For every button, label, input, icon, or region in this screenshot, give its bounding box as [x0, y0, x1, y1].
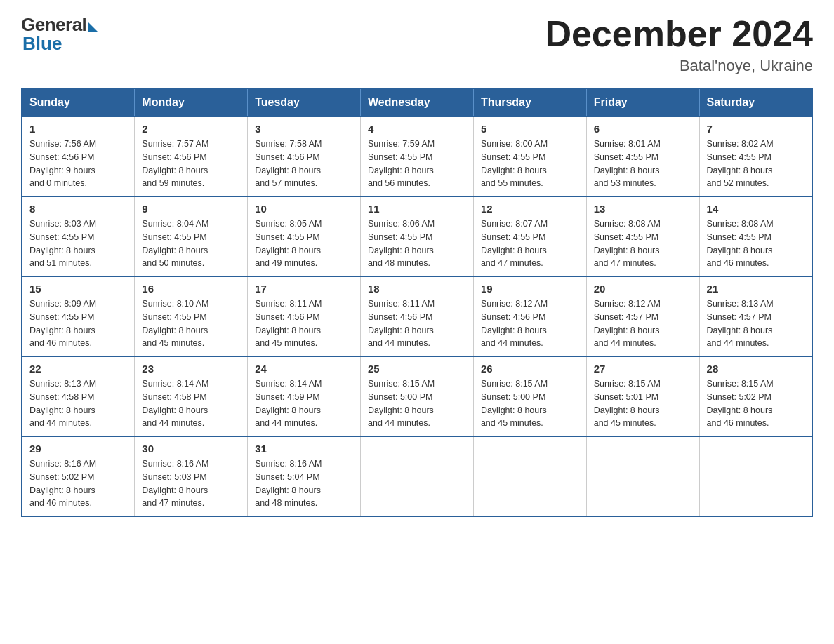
month-title: December 2024: [545, 14, 813, 54]
calendar-cell: 13Sunrise: 8:08 AM Sunset: 4:55 PM Dayli…: [586, 196, 699, 276]
calendar-cell: 29Sunrise: 8:16 AM Sunset: 5:02 PM Dayli…: [22, 436, 135, 516]
calendar-cell: 5Sunrise: 8:00 AM Sunset: 4:55 PM Daylig…: [473, 116, 586, 196]
calendar-cell: 30Sunrise: 8:16 AM Sunset: 5:03 PM Dayli…: [135, 436, 248, 516]
day-number: 26: [481, 363, 579, 375]
calendar-cell: 14Sunrise: 8:08 AM Sunset: 4:55 PM Dayli…: [699, 196, 812, 276]
calendar-cell: 16Sunrise: 8:10 AM Sunset: 4:55 PM Dayli…: [135, 276, 248, 356]
day-info: Sunrise: 8:12 AM Sunset: 4:56 PM Dayligh…: [481, 297, 579, 350]
calendar-week-2: 8Sunrise: 8:03 AM Sunset: 4:55 PM Daylig…: [22, 196, 812, 276]
calendar-cell: 25Sunrise: 8:15 AM Sunset: 5:00 PM Dayli…: [361, 356, 474, 436]
calendar-cell: [699, 436, 812, 516]
col-monday: Monday: [135, 88, 248, 116]
calendar-cell: 21Sunrise: 8:13 AM Sunset: 4:57 PM Dayli…: [699, 276, 812, 356]
day-info: Sunrise: 8:07 AM Sunset: 4:55 PM Dayligh…: [481, 217, 579, 270]
day-info: Sunrise: 8:08 AM Sunset: 4:55 PM Dayligh…: [707, 217, 805, 270]
day-number: 17: [255, 283, 353, 295]
calendar-cell: 27Sunrise: 8:15 AM Sunset: 5:01 PM Dayli…: [586, 356, 699, 436]
day-info: Sunrise: 8:14 AM Sunset: 4:59 PM Dayligh…: [255, 377, 353, 430]
calendar-table: Sunday Monday Tuesday Wednesday Thursday…: [21, 88, 813, 517]
calendar-week-4: 22Sunrise: 8:13 AM Sunset: 4:58 PM Dayli…: [22, 356, 812, 436]
day-info: Sunrise: 8:10 AM Sunset: 4:55 PM Dayligh…: [142, 297, 240, 350]
calendar-cell: 6Sunrise: 8:01 AM Sunset: 4:55 PM Daylig…: [586, 116, 699, 196]
col-sunday: Sunday: [22, 88, 135, 116]
calendar-cell: 17Sunrise: 8:11 AM Sunset: 4:56 PM Dayli…: [248, 276, 361, 356]
calendar-cell: [473, 436, 586, 516]
day-number: 20: [594, 283, 692, 295]
day-info: Sunrise: 8:11 AM Sunset: 4:56 PM Dayligh…: [255, 297, 353, 350]
calendar-cell: [586, 436, 699, 516]
calendar-cell: [361, 436, 474, 516]
calendar-cell: 8Sunrise: 8:03 AM Sunset: 4:55 PM Daylig…: [22, 196, 135, 276]
day-number: 21: [707, 283, 805, 295]
calendar-cell: 22Sunrise: 8:13 AM Sunset: 4:58 PM Dayli…: [22, 356, 135, 436]
day-info: Sunrise: 8:05 AM Sunset: 4:55 PM Dayligh…: [255, 217, 353, 270]
location-subtitle: Batal'noye, Ukraine: [545, 57, 813, 75]
day-number: 9: [142, 203, 240, 215]
day-info: Sunrise: 8:14 AM Sunset: 4:58 PM Dayligh…: [142, 377, 240, 430]
day-info: Sunrise: 8:16 AM Sunset: 5:04 PM Dayligh…: [255, 457, 353, 510]
logo-blue-text: Blue: [22, 33, 62, 55]
day-number: 6: [594, 123, 692, 135]
col-thursday: Thursday: [473, 88, 586, 116]
day-number: 16: [142, 283, 240, 295]
calendar-cell: 1Sunrise: 7:56 AM Sunset: 4:56 PM Daylig…: [22, 116, 135, 196]
calendar-cell: 19Sunrise: 8:12 AM Sunset: 4:56 PM Dayli…: [473, 276, 586, 356]
calendar-cell: 11Sunrise: 8:06 AM Sunset: 4:55 PM Dayli…: [361, 196, 474, 276]
day-info: Sunrise: 8:09 AM Sunset: 4:55 PM Dayligh…: [29, 297, 127, 350]
day-number: 8: [29, 203, 127, 215]
day-info: Sunrise: 8:00 AM Sunset: 4:55 PM Dayligh…: [481, 137, 579, 190]
day-info: Sunrise: 7:59 AM Sunset: 4:55 PM Dayligh…: [368, 137, 466, 190]
day-number: 7: [707, 123, 805, 135]
calendar-cell: 9Sunrise: 8:04 AM Sunset: 4:55 PM Daylig…: [135, 196, 248, 276]
calendar-header: Sunday Monday Tuesday Wednesday Thursday…: [22, 88, 812, 116]
logo-arrow-icon: [88, 22, 98, 32]
day-info: Sunrise: 8:03 AM Sunset: 4:55 PM Dayligh…: [29, 217, 127, 270]
calendar-cell: 28Sunrise: 8:15 AM Sunset: 5:02 PM Dayli…: [699, 356, 812, 436]
col-friday: Friday: [586, 88, 699, 116]
day-info: Sunrise: 7:56 AM Sunset: 4:56 PM Dayligh…: [29, 137, 127, 190]
calendar-cell: 20Sunrise: 8:12 AM Sunset: 4:57 PM Dayli…: [586, 276, 699, 356]
day-number: 27: [594, 363, 692, 375]
calendar-body: 1Sunrise: 7:56 AM Sunset: 4:56 PM Daylig…: [22, 116, 812, 516]
calendar-cell: 24Sunrise: 8:14 AM Sunset: 4:59 PM Dayli…: [248, 356, 361, 436]
calendar-cell: 4Sunrise: 7:59 AM Sunset: 4:55 PM Daylig…: [361, 116, 474, 196]
calendar-cell: 23Sunrise: 8:14 AM Sunset: 4:58 PM Dayli…: [135, 356, 248, 436]
day-number: 22: [29, 363, 127, 375]
col-wednesday: Wednesday: [361, 88, 474, 116]
day-info: Sunrise: 8:15 AM Sunset: 5:01 PM Dayligh…: [594, 377, 692, 430]
day-info: Sunrise: 8:15 AM Sunset: 5:00 PM Dayligh…: [481, 377, 579, 430]
day-info: Sunrise: 8:08 AM Sunset: 4:55 PM Dayligh…: [594, 217, 692, 270]
day-number: 15: [29, 283, 127, 295]
calendar-cell: 12Sunrise: 8:07 AM Sunset: 4:55 PM Dayli…: [473, 196, 586, 276]
day-number: 4: [368, 123, 466, 135]
day-info: Sunrise: 8:16 AM Sunset: 5:02 PM Dayligh…: [29, 457, 127, 510]
day-number: 31: [255, 443, 353, 455]
day-number: 2: [142, 123, 240, 135]
day-info: Sunrise: 8:12 AM Sunset: 4:57 PM Dayligh…: [594, 297, 692, 350]
day-info: Sunrise: 8:13 AM Sunset: 4:57 PM Dayligh…: [707, 297, 805, 350]
calendar-cell: 31Sunrise: 8:16 AM Sunset: 5:04 PM Dayli…: [248, 436, 361, 516]
calendar-week-1: 1Sunrise: 7:56 AM Sunset: 4:56 PM Daylig…: [22, 116, 812, 196]
day-number: 3: [255, 123, 353, 135]
title-area: December 2024 Batal'noye, Ukraine: [545, 14, 813, 75]
day-number: 1: [29, 123, 127, 135]
day-number: 18: [368, 283, 466, 295]
calendar-cell: 10Sunrise: 8:05 AM Sunset: 4:55 PM Dayli…: [248, 196, 361, 276]
calendar-cell: 15Sunrise: 8:09 AM Sunset: 4:55 PM Dayli…: [22, 276, 135, 356]
calendar-week-3: 15Sunrise: 8:09 AM Sunset: 4:55 PM Dayli…: [22, 276, 812, 356]
day-info: Sunrise: 8:15 AM Sunset: 5:00 PM Dayligh…: [368, 377, 466, 430]
day-info: Sunrise: 8:04 AM Sunset: 4:55 PM Dayligh…: [142, 217, 240, 270]
col-tuesday: Tuesday: [248, 88, 361, 116]
calendar-cell: 2Sunrise: 7:57 AM Sunset: 4:56 PM Daylig…: [135, 116, 248, 196]
day-number: 29: [29, 443, 127, 455]
day-number: 24: [255, 363, 353, 375]
day-info: Sunrise: 8:06 AM Sunset: 4:55 PM Dayligh…: [368, 217, 466, 270]
calendar-week-5: 29Sunrise: 8:16 AM Sunset: 5:02 PM Dayli…: [22, 436, 812, 516]
day-number: 14: [707, 203, 805, 215]
day-number: 12: [481, 203, 579, 215]
day-number: 13: [594, 203, 692, 215]
day-number: 23: [142, 363, 240, 375]
day-info: Sunrise: 8:02 AM Sunset: 4:55 PM Dayligh…: [707, 137, 805, 190]
logo: General Blue: [21, 14, 98, 55]
day-info: Sunrise: 8:01 AM Sunset: 4:55 PM Dayligh…: [594, 137, 692, 190]
